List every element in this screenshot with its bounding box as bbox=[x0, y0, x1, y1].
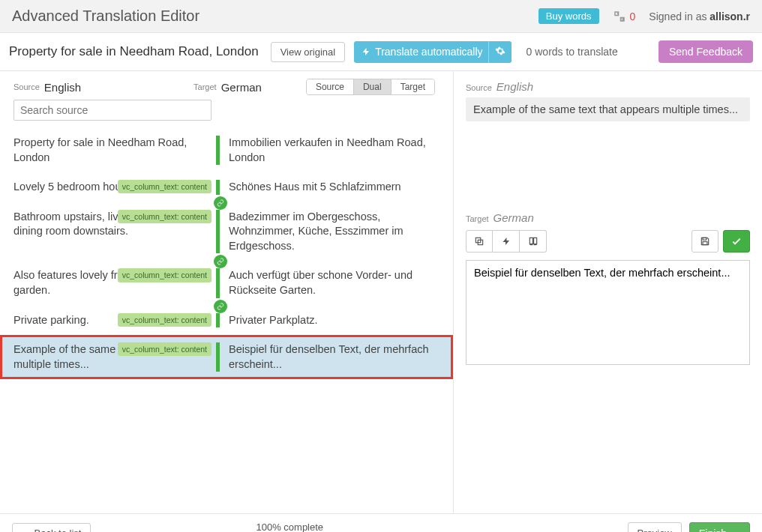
gear-icon bbox=[495, 46, 506, 56]
view-mode-target[interactable]: Target bbox=[392, 79, 434, 94]
segment-source: Private parking.vc_column_text: content bbox=[14, 313, 216, 328]
translate-icon: 文A bbox=[613, 10, 626, 23]
check-icon bbox=[730, 235, 742, 247]
view-mode-source[interactable]: Source bbox=[307, 79, 354, 94]
back-to-list-button[interactable]: ← Back to list bbox=[12, 523, 91, 532]
view-mode-toggle: Source Dual Target bbox=[306, 79, 435, 95]
save-button[interactable] bbox=[692, 230, 718, 253]
view-original-button[interactable]: View original bbox=[271, 42, 345, 62]
source-language: English bbox=[44, 81, 81, 94]
lightning-icon bbox=[362, 46, 370, 57]
segment-target: Immobilien verkaufen in Needham Road, Lo… bbox=[216, 136, 440, 165]
machine-translate-button[interactable] bbox=[493, 230, 520, 253]
segment-row[interactable]: Lovely 5 bedroom house.vc_column_text: c… bbox=[0, 172, 453, 202]
segment-row[interactable]: Also features lovely front and back gard… bbox=[0, 261, 453, 305]
book-icon bbox=[528, 236, 538, 247]
translate-automatically-button[interactable]: Translate automatically bbox=[354, 41, 490, 63]
segment-source: Property for sale in Needham Road, Londo… bbox=[14, 136, 216, 165]
document-title: Property for sale in Needham Road, Londo… bbox=[9, 44, 259, 59]
segment-tag-badge: vc_column_text: content bbox=[118, 210, 212, 223]
copy-source-button[interactable] bbox=[466, 230, 493, 253]
segment-tag-badge: vc_column_text: content bbox=[118, 268, 212, 282]
svg-text:A: A bbox=[621, 18, 622, 21]
segment-target: Auch verfügt über schone Vorder- und Rüc… bbox=[216, 268, 440, 297]
svg-rect-5 bbox=[703, 242, 707, 245]
words-to-translate: 0 words to translate bbox=[526, 46, 618, 58]
detail-source-language: English bbox=[496, 80, 533, 93]
translate-settings-button[interactable] bbox=[488, 41, 512, 63]
segment-target: Badezimmer im Obergeschoss, Wohnzimmer, … bbox=[216, 210, 440, 254]
link-icon bbox=[214, 300, 227, 313]
segment-target: Schönes Haus mit 5 Schlafzimmern bbox=[216, 180, 440, 195]
segment-tag-badge: vc_column_text: content bbox=[118, 180, 212, 193]
glossary-button[interactable] bbox=[520, 230, 547, 253]
progress-label: 100% complete bbox=[256, 522, 481, 532]
segment-target: Privater Parkplatz. bbox=[216, 313, 440, 328]
segment-source: Bathroom upstairs, living room, kitchen,… bbox=[14, 210, 216, 254]
buy-words-button[interactable]: Buy words bbox=[538, 8, 599, 24]
segment-row[interactable]: Private parking.vc_column_text: contentP… bbox=[0, 306, 453, 336]
search-input[interactable] bbox=[14, 100, 212, 121]
target-language: German bbox=[221, 81, 262, 94]
word-balance: 文A 0 bbox=[613, 10, 636, 23]
view-mode-dual[interactable]: Dual bbox=[354, 79, 392, 94]
segment-tag-badge: vc_column_text: content bbox=[118, 342, 212, 356]
source-label: Source bbox=[14, 82, 40, 91]
target-textarea[interactable] bbox=[466, 260, 750, 365]
signed-in-as: Signed in as allison.r bbox=[649, 10, 750, 22]
username: allison.r bbox=[710, 10, 750, 22]
segment-row[interactable]: Property for sale in Needham Road, Londo… bbox=[0, 128, 453, 172]
finish-button[interactable]: Finish → bbox=[689, 522, 750, 533]
segment-row[interactable]: Bathroom upstairs, living room, kitchen,… bbox=[0, 202, 453, 262]
segment-source: Lovely 5 bedroom house.vc_column_text: c… bbox=[14, 180, 216, 195]
target-label: Target bbox=[194, 82, 217, 91]
segment-source: Also features lovely front and back gard… bbox=[14, 268, 216, 297]
preview-button[interactable]: Preview bbox=[628, 522, 682, 533]
segment-tag-badge: vc_column_text: content bbox=[118, 313, 212, 327]
detail-source-text: Example of the same text that appears mu… bbox=[466, 97, 750, 121]
send-feedback-button[interactable]: Send Feedback bbox=[658, 40, 753, 63]
segment-target: Beispiel für denselben Text, der mehrfac… bbox=[216, 342, 440, 372]
detail-target-language: German bbox=[494, 211, 534, 224]
detail-target-label: Target bbox=[466, 214, 489, 223]
detail-source-label: Source bbox=[466, 83, 492, 92]
app-title: Advanced Translation Editor bbox=[12, 7, 200, 25]
copy-icon bbox=[474, 236, 484, 247]
segment-row[interactable]: Example of the same text that appears mu… bbox=[0, 335, 453, 379]
save-icon bbox=[700, 236, 710, 247]
lightning-icon bbox=[502, 236, 511, 247]
svg-rect-4 bbox=[703, 238, 706, 240]
segment-source: Example of the same text that appears mu… bbox=[14, 342, 216, 372]
confirm-button[interactable] bbox=[723, 230, 750, 253]
svg-text:文: 文 bbox=[616, 12, 618, 15]
link-icon bbox=[214, 196, 227, 210]
word-balance-count: 0 bbox=[630, 10, 636, 22]
